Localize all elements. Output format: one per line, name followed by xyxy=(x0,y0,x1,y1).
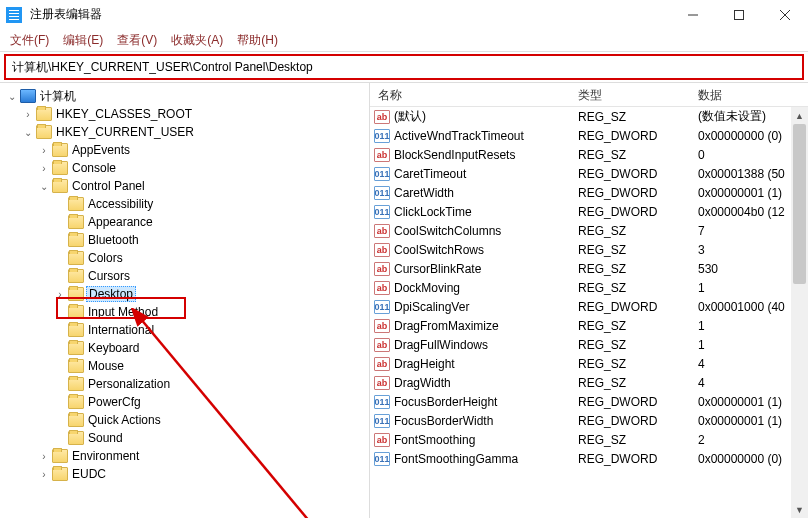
value-name: FocusBorderHeight xyxy=(394,395,497,409)
folder-icon xyxy=(36,125,52,139)
tree-label: Quick Actions xyxy=(88,413,161,427)
menu-file[interactable]: 文件(F) xyxy=(10,32,49,49)
folder-icon xyxy=(68,269,84,283)
tree-item-mouse[interactable]: ›Mouse xyxy=(0,357,369,375)
tree-item-personalization[interactable]: ›Personalization xyxy=(0,375,369,393)
folder-icon xyxy=(68,233,84,247)
chevron-right-icon[interactable]: › xyxy=(22,109,34,120)
list-row[interactable]: 011FontSmoothingGammaREG_DWORD0x00000000… xyxy=(370,449,808,468)
list-row[interactable]: abDockMovingREG_SZ1 xyxy=(370,278,808,297)
list-row[interactable]: 011FocusBorderWidthREG_DWORD0x00000001 (… xyxy=(370,411,808,430)
list-row[interactable]: 011CaretWidthREG_DWORD0x00000001 (1) xyxy=(370,183,808,202)
col-header-data[interactable]: 数据 xyxy=(690,83,808,106)
list-row[interactable]: abCoolSwitchColumnsREG_SZ7 xyxy=(370,221,808,240)
binary-value-icon: 011 xyxy=(374,129,390,143)
binary-value-icon: 011 xyxy=(374,395,390,409)
chevron-right-icon[interactable]: › xyxy=(38,145,50,156)
tree-label: PowerCfg xyxy=(88,395,141,409)
value-type: REG_SZ xyxy=(570,281,690,295)
svg-rect-1 xyxy=(735,10,744,19)
col-header-type[interactable]: 类型 xyxy=(570,83,690,106)
list-row[interactable]: abDragFullWindowsREG_SZ1 xyxy=(370,335,808,354)
tree-label: 计算机 xyxy=(40,88,76,105)
value-type: REG_SZ xyxy=(570,148,690,162)
menu-edit[interactable]: 编辑(E) xyxy=(63,32,103,49)
close-button[interactable] xyxy=(762,0,808,30)
tree-label: Keyboard xyxy=(88,341,139,355)
string-value-icon: ab xyxy=(374,376,390,390)
tree-item-powercfg[interactable]: ›PowerCfg xyxy=(0,393,369,411)
tree-item-appevents[interactable]: ›AppEvents xyxy=(0,141,369,159)
tree-item-quick-actions[interactable]: ›Quick Actions xyxy=(0,411,369,429)
list-row[interactable]: abCoolSwitchRowsREG_SZ3 xyxy=(370,240,808,259)
scroll-thumb[interactable] xyxy=(793,124,806,284)
chevron-right-icon[interactable]: › xyxy=(38,469,50,480)
tree-item-console[interactable]: ›Console xyxy=(0,159,369,177)
tree-item-accessibility[interactable]: ›Accessibility xyxy=(0,195,369,213)
folder-icon xyxy=(52,161,68,175)
tree-item-control-panel[interactable]: ⌄Control Panel xyxy=(0,177,369,195)
list-row[interactable]: abDragFromMaximizeREG_SZ1 xyxy=(370,316,808,335)
value-name: CaretWidth xyxy=(394,186,454,200)
tree-item-cursors[interactable]: ›Cursors xyxy=(0,267,369,285)
menu-help[interactable]: 帮助(H) xyxy=(237,32,278,49)
folder-icon xyxy=(68,215,84,229)
maximize-button[interactable] xyxy=(716,0,762,30)
tree-item-international[interactable]: ›International xyxy=(0,321,369,339)
list-row[interactable]: 011DpiScalingVerREG_DWORD0x00001000 (40 xyxy=(370,297,808,316)
tree-panel[interactable]: ⌄计算机›HKEY_CLASSES_ROOT⌄HKEY_CURRENT_USER… xyxy=(0,83,370,518)
tree-label: Colors xyxy=(88,251,123,265)
col-header-name[interactable]: 名称 xyxy=(370,83,570,106)
chevron-down-icon[interactable]: ⌄ xyxy=(38,181,50,192)
tree-item-appearance[interactable]: ›Appearance xyxy=(0,213,369,231)
list-row[interactable]: 011ClickLockTimeREG_DWORD0x000004b0 (12 xyxy=(370,202,808,221)
value-type: REG_DWORD xyxy=(570,414,690,428)
menu-favorites[interactable]: 收藏夹(A) xyxy=(171,32,223,49)
tree-label: Appearance xyxy=(88,215,153,229)
scroll-down-button[interactable]: ▼ xyxy=(791,501,808,518)
address-bar[interactable]: 计算机\HKEY_CURRENT_USER\Control Panel\Desk… xyxy=(4,54,804,80)
value-name: FontSmoothingGamma xyxy=(394,452,518,466)
list-row[interactable]: abDragHeightREG_SZ4 xyxy=(370,354,808,373)
chevron-right-icon[interactable]: › xyxy=(38,451,50,462)
list-row[interactable]: 011ActiveWndTrackTimeoutREG_DWORD0x00000… xyxy=(370,126,808,145)
tree-hkcr[interactable]: ›HKEY_CLASSES_ROOT xyxy=(0,105,369,123)
value-name: DockMoving xyxy=(394,281,460,295)
tree-item-keyboard[interactable]: ›Keyboard xyxy=(0,339,369,357)
list-row[interactable]: abFontSmoothingREG_SZ2 xyxy=(370,430,808,449)
string-value-icon: ab xyxy=(374,338,390,352)
chevron-right-icon[interactable]: › xyxy=(38,163,50,174)
tree-item-sound[interactable]: ›Sound xyxy=(0,429,369,447)
list-row[interactable]: abBlockSendInputResetsREG_SZ0 xyxy=(370,145,808,164)
tree-item-input-method[interactable]: ›Input Method xyxy=(0,303,369,321)
list-row[interactable]: 011FocusBorderHeightREG_DWORD0x00000001 … xyxy=(370,392,808,411)
tree-item-bluetooth[interactable]: ›Bluetooth xyxy=(0,231,369,249)
value-type: REG_DWORD xyxy=(570,205,690,219)
tree-item-environment[interactable]: ›Environment xyxy=(0,447,369,465)
scroll-track[interactable] xyxy=(791,124,808,501)
folder-icon xyxy=(52,449,68,463)
list-row[interactable]: abCursorBlinkRateREG_SZ530 xyxy=(370,259,808,278)
minimize-button[interactable] xyxy=(670,0,716,30)
tree-item-colors[interactable]: ›Colors xyxy=(0,249,369,267)
tree-item-eudc[interactable]: ›EUDC xyxy=(0,465,369,483)
tree-label: HKEY_CLASSES_ROOT xyxy=(56,107,192,121)
menu-view[interactable]: 查看(V) xyxy=(117,32,157,49)
tree-label: HKEY_CURRENT_USER xyxy=(56,125,194,139)
list-row[interactable]: abDragWidthREG_SZ4 xyxy=(370,373,808,392)
chevron-down-icon[interactable]: ⌄ xyxy=(6,91,18,102)
tree-root[interactable]: ⌄计算机 xyxy=(0,87,369,105)
tree-item-desktop[interactable]: ›Desktop xyxy=(0,285,369,303)
tree-hkcu[interactable]: ⌄HKEY_CURRENT_USER xyxy=(0,123,369,141)
vertical-scrollbar[interactable]: ▲ ▼ xyxy=(791,107,808,518)
scroll-up-button[interactable]: ▲ xyxy=(791,107,808,124)
chevron-right-icon[interactable]: › xyxy=(54,289,66,300)
string-value-icon: ab xyxy=(374,148,390,162)
value-type: REG_DWORD xyxy=(570,452,690,466)
list-row[interactable]: 011CaretTimeoutREG_DWORD0x00001388 (50 xyxy=(370,164,808,183)
folder-icon xyxy=(68,377,84,391)
chevron-down-icon[interactable]: ⌄ xyxy=(22,127,34,138)
folder-icon xyxy=(68,251,84,265)
value-type: REG_SZ xyxy=(570,224,690,238)
list-row[interactable]: ab(默认)REG_SZ(数值未设置) xyxy=(370,107,808,126)
